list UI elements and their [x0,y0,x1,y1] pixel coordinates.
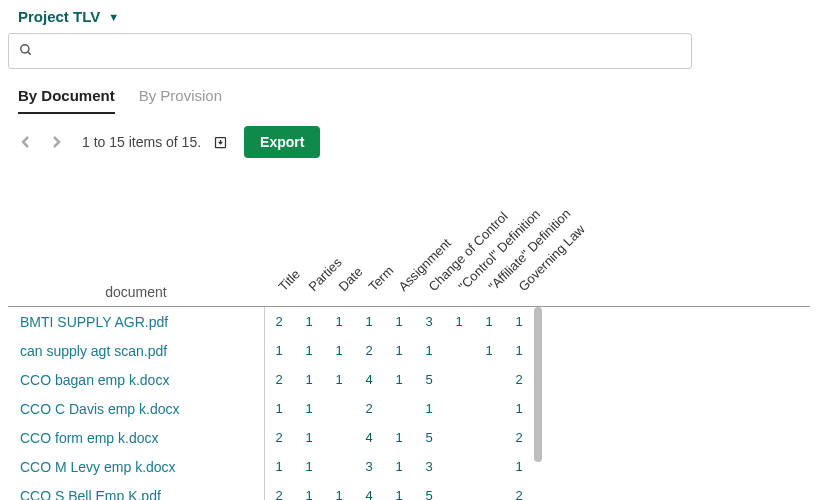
count-cell[interactable]: 1 [324,343,354,358]
count-cell[interactable]: 1 [414,343,444,358]
count-cell[interactable]: 2 [264,372,294,387]
count-cell[interactable]: 2 [264,488,294,500]
count-cell[interactable]: 1 [384,430,414,445]
count-cell[interactable]: 2 [264,430,294,445]
count-cell[interactable]: 1 [384,459,414,474]
count-cell[interactable]: 1 [324,314,354,329]
column-header[interactable]: Title [275,266,303,294]
count-cell[interactable]: 1 [474,314,504,329]
table-row: can supply agt scan.pdf11121111 [8,336,810,365]
table-row: CCO form emp k.docx214152 [8,423,810,452]
count-cell[interactable]: 1 [294,372,324,387]
count-cell[interactable]: 3 [414,314,444,329]
prev-page-button[interactable] [16,132,36,152]
project-name: Project TLV [18,8,100,25]
count-cell[interactable]: 5 [414,430,444,445]
column-header[interactable]: Term [365,263,396,294]
count-cell[interactable]: 2 [504,488,534,500]
count-cell[interactable]: 3 [354,459,384,474]
project-selector[interactable]: Project TLV ▼ [8,6,810,33]
document-link[interactable]: CCO bagan emp k.docx [8,372,264,388]
svg-line-1 [28,51,31,54]
count-cell[interactable]: 4 [354,372,384,387]
count-cell[interactable]: 2 [354,343,384,358]
download-icon[interactable] [213,135,228,150]
column-divider [264,307,265,500]
count-cell[interactable]: 1 [264,459,294,474]
count-cell[interactable]: 1 [294,459,324,474]
count-cell[interactable]: 1 [384,372,414,387]
caret-down-icon: ▼ [108,11,119,23]
count-cell[interactable]: 4 [354,430,384,445]
count-cell[interactable]: 1 [504,401,534,416]
count-cell[interactable]: 1 [294,488,324,500]
count-cell[interactable]: 1 [264,401,294,416]
count-cell[interactable]: 1 [444,314,474,329]
count-cell[interactable]: 1 [504,343,534,358]
count-cell[interactable]: 4 [354,488,384,500]
document-link[interactable]: BMTI SUPPLY AGR.pdf [8,314,264,330]
count-cell[interactable]: 3 [414,459,444,474]
svg-point-0 [21,44,29,52]
count-cell[interactable]: 2 [504,430,534,445]
count-cell[interactable]: 1 [414,401,444,416]
count-cell[interactable]: 5 [414,488,444,500]
pagination-range: 1 to 15 items of 15. [82,134,201,150]
table-row: BMTI SUPPLY AGR.pdf211113111 [8,307,810,336]
tab-by-document[interactable]: By Document [18,81,115,112]
view-tabs: By Document By Provision [8,81,810,112]
count-cell[interactable]: 1 [474,343,504,358]
count-cell[interactable]: 1 [294,343,324,358]
column-header[interactable]: Parties [305,255,344,294]
table-body: BMTI SUPPLY AGR.pdf211113111can supply a… [8,306,810,500]
count-cell[interactable]: 1 [324,488,354,500]
export-button[interactable]: Export [244,126,320,158]
search-icon [19,43,33,60]
count-cell[interactable]: 2 [354,401,384,416]
count-cell[interactable]: 1 [294,314,324,329]
count-cell[interactable]: 1 [504,459,534,474]
search-input-wrapper[interactable] [8,33,692,69]
scrollbar[interactable] [534,307,542,462]
count-cell[interactable]: 1 [324,372,354,387]
count-cell[interactable]: 1 [354,314,384,329]
count-cell[interactable]: 5 [414,372,444,387]
next-page-button[interactable] [46,132,66,152]
document-link[interactable]: CCO form emp k.docx [8,430,264,446]
table-row: CCO M Levy emp k.docx113131 [8,452,810,481]
count-cell[interactable]: 1 [294,430,324,445]
count-cell[interactable]: 1 [504,314,534,329]
document-link[interactable]: can supply agt scan.pdf [8,343,264,359]
count-cell[interactable]: 1 [384,343,414,358]
table-row: CCO S Bell Emp K.pdf2114152 [8,481,810,500]
count-cell[interactable]: 2 [504,372,534,387]
document-link[interactable]: CCO C Davis emp k.docx [8,401,264,417]
tab-by-provision[interactable]: By Provision [139,81,222,112]
search-input[interactable] [41,43,681,59]
table-headers: document TitlePartiesDateTermAssignmentC… [8,166,810,306]
document-link[interactable]: CCO M Levy emp k.docx [8,459,264,475]
count-cell[interactable]: 1 [384,314,414,329]
count-cell[interactable]: 1 [264,343,294,358]
document-link[interactable]: CCO S Bell Emp K.pdf [8,488,264,501]
table-row: CCO bagan emp k.docx2114152 [8,365,810,394]
count-cell[interactable]: 2 [264,314,294,329]
count-cell[interactable]: 1 [294,401,324,416]
doc-column-header: document [8,284,264,306]
table-row: CCO C Davis emp k.docx11211 [8,394,810,423]
count-cell[interactable]: 1 [384,488,414,500]
